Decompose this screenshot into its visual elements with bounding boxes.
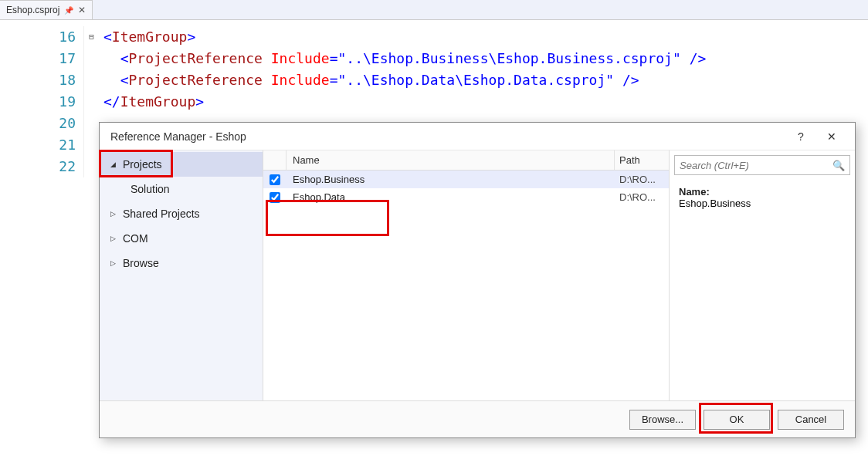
chevron-down-icon: ◢ [110, 160, 120, 168]
dialog-titlebar: Reference Manager - Eshop ? ✕ [100, 123, 855, 150]
list-header: Name Path [263, 150, 669, 171]
row-path: D:\RO... [615, 171, 669, 188]
fold-column: ⊟ [83, 26, 99, 177]
file-tab[interactable]: Eshop.csproj 📌 ✕ [0, 0, 93, 19]
syntax-angle: </ [103, 93, 120, 110]
row-name: Eshop.Business [287, 171, 615, 188]
syntax-attr: Include [271, 72, 330, 88]
syntax-angle: < [120, 72, 129, 88]
dialog-footer: Browse... OK Cancel [100, 400, 855, 437]
details-panel: 🔍 Name: Eshop.Business [670, 150, 855, 400]
sidebar-item-solution[interactable]: Solution [100, 177, 263, 201]
syntax-tag: ProjectReference [129, 72, 263, 88]
cancel-button[interactable]: Cancel [778, 410, 844, 430]
fold-toggle[interactable]: ⊟ [84, 26, 99, 48]
column-name[interactable]: Name [287, 150, 615, 170]
sidebar-item-com[interactable]: ▷ COM [100, 226, 263, 251]
syntax-string: ..\Eshop.Business\Eshop.Business.csproj [346, 50, 673, 66]
syntax-angle: < [120, 50, 129, 66]
syntax-tag: ItemGroup [112, 29, 188, 45]
dialog-close-button[interactable]: ✕ [816, 125, 847, 148]
syntax-string: ..\Eshop.Data\Eshop.Data.csproj [346, 72, 605, 88]
sidebar-item-label: Browse [123, 257, 159, 269]
dialog-title: Reference Manager - Eshop [110, 130, 246, 143]
syntax-tag: ItemGroup [120, 93, 196, 110]
row-checkbox[interactable] [270, 174, 280, 185]
help-button[interactable]: ? [785, 125, 816, 148]
sidebar-item-projects[interactable]: ◢ Projects [100, 152, 263, 177]
chevron-right-icon: ▷ [110, 235, 120, 242]
syntax-attr: Include [271, 50, 330, 66]
syntax-angle: > [195, 93, 204, 110]
row-path: D:\RO... [615, 188, 669, 206]
sidebar-item-label: Projects [123, 158, 162, 171]
column-path[interactable]: Path [615, 150, 669, 170]
row-checkbox[interactable] [270, 192, 280, 203]
search-input[interactable] [680, 160, 832, 171]
syntax-angle: > [187, 29, 195, 45]
syntax-tag: ProjectReference [129, 50, 263, 66]
line-gutter: 16171819202122 [0, 26, 83, 177]
row-name: Eshop.Data [287, 188, 615, 206]
tab-bar: Eshop.csproj 📌 ✕ [0, 0, 868, 20]
category-sidebar: ◢ Projects Solution ▷ Shared Projects ▷ … [100, 150, 263, 400]
search-box[interactable]: 🔍 [674, 155, 850, 175]
syntax-angle: < [103, 29, 112, 45]
tab-label: Eshop.csproj [6, 5, 59, 15]
project-list: Name Path Eshop.Business D:\RO... Eshop.… [263, 150, 670, 400]
chevron-right-icon: ▷ [110, 210, 120, 218]
pin-icon[interactable]: 📌 [64, 6, 73, 15]
list-row[interactable]: Eshop.Data D:\RO... [263, 188, 669, 206]
details-name-value: Eshop.Business [679, 198, 846, 209]
sidebar-item-label: COM [123, 232, 148, 245]
chevron-right-icon: ▷ [110, 259, 120, 267]
ok-button[interactable]: OK [704, 410, 770, 430]
close-icon[interactable]: ✕ [78, 5, 86, 15]
reference-manager-dialog: Reference Manager - Eshop ? ✕ ◢ Projects… [99, 122, 856, 438]
sidebar-item-shared-projects[interactable]: ▷ Shared Projects [100, 201, 263, 226]
browse-button[interactable]: Browse... [629, 410, 696, 430]
sidebar-item-browse[interactable]: ▷ Browse [100, 251, 263, 275]
sidebar-item-label: Solution [131, 183, 170, 195]
details-name-label: Name: [679, 186, 846, 198]
search-icon[interactable]: 🔍 [832, 160, 845, 171]
sidebar-item-label: Shared Projects [123, 208, 200, 220]
list-row[interactable]: Eshop.Business D:\RO... [263, 171, 669, 188]
